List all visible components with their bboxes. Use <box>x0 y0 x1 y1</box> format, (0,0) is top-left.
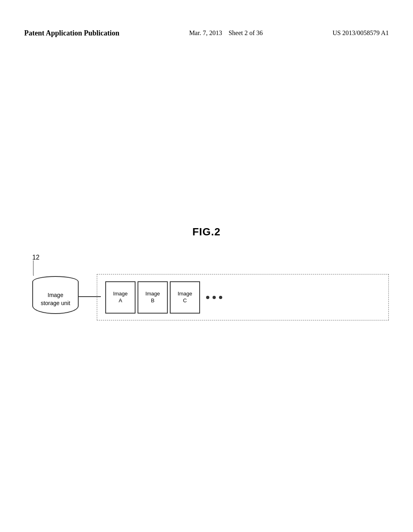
dot-2 <box>213 296 216 299</box>
image-box-c: Image C <box>170 281 200 314</box>
storage-label-line1: Image <box>32 291 79 299</box>
reference-bracket <box>33 260 34 276</box>
storage-unit-label: Image storage unit <box>32 291 79 307</box>
publication-date-sheet: Mar. 7, 2013 Sheet 2 of 36 <box>189 28 263 38</box>
sheet-info: Sheet 2 of 36 <box>229 29 263 36</box>
continuation-dots <box>206 296 222 299</box>
diagram-container: 12 Image storage unit Image A Image B <box>24 254 389 335</box>
cylinder-shape: Image storage unit <box>32 276 79 316</box>
image-b-letter: B <box>151 297 154 304</box>
image-c-label: Image <box>177 291 192 297</box>
images-container: Image A Image B Image C <box>97 274 389 320</box>
storage-label-line2: storage unit <box>32 299 79 308</box>
image-box-b: Image B <box>138 281 168 314</box>
image-c-letter: C <box>183 297 187 304</box>
publication-date: Mar. 7, 2013 <box>189 29 222 36</box>
patent-number: US 2013/0058579 A1 <box>332 28 389 38</box>
image-storage-unit: Image storage unit <box>32 276 79 316</box>
image-a-label: Image <box>113 291 127 297</box>
page-header: Patent Application Publication Mar. 7, 2… <box>0 28 413 38</box>
dot-1 <box>206 296 209 299</box>
dot-3 <box>219 296 222 299</box>
image-b-label: Image <box>145 291 160 297</box>
publication-type: Patent Application Publication <box>24 28 119 38</box>
figure-label: FIG.2 <box>192 226 221 238</box>
image-box-a: Image A <box>105 281 136 314</box>
image-a-letter: A <box>119 297 122 304</box>
